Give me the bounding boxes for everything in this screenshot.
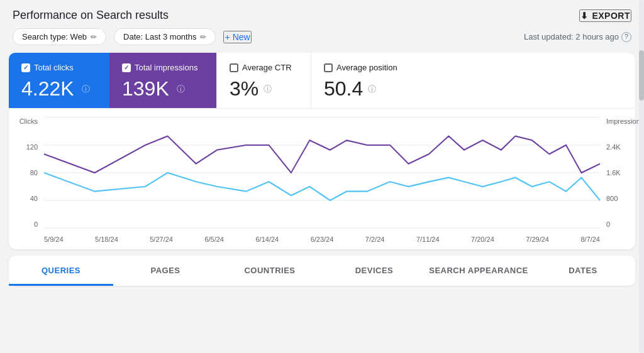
- export-button[interactable]: ⬇ EXPORT: [579, 9, 631, 22]
- page-header: Performance on Search results ⬇ EXPORT: [0, 0, 644, 28]
- main-card: Total clicks 4.22K ⓘ Total impressions 1…: [9, 53, 635, 249]
- clicks-line: [44, 136, 600, 173]
- chart-area: Clicks 120 80 40 0 Impressions 2.4K 1.6K…: [9, 109, 635, 249]
- plus-icon: +: [225, 32, 230, 42]
- tab-countries[interactable]: COUNTRIES: [218, 256, 322, 286]
- metric-average-ctr[interactable]: Average CTR 3% ⓘ: [216, 53, 311, 108]
- tab-queries[interactable]: QUERIES: [9, 256, 113, 286]
- edit-icon-date: ✏: [200, 33, 206, 41]
- tab-dates[interactable]: DATES: [531, 256, 635, 286]
- metrics-row: Total clicks 4.22K ⓘ Total impressions 1…: [9, 53, 635, 109]
- metric-total-impressions[interactable]: Total impressions 139K ⓘ: [109, 53, 216, 108]
- y-label-left: Clicks: [19, 117, 38, 125]
- help-icon[interactable]: ?: [621, 32, 631, 42]
- scrollbar-thumb[interactable]: [639, 50, 644, 100]
- x-axis-labels: 5/9/24 5/18/24 5/27/24 6/5/24 6/14/24 6/…: [44, 236, 600, 243]
- bottom-tabs: QUERIES PAGES COUNTRIES DEVICES SEARCH A…: [9, 256, 635, 286]
- tab-devices[interactable]: DEVICES: [322, 256, 426, 286]
- y-axis-left: Clicks 120 80 40 0: [19, 117, 42, 228]
- page-title: Performance on Search results: [13, 9, 169, 22]
- help-clicks[interactable]: ⓘ: [82, 84, 90, 95]
- help-impressions[interactable]: ⓘ: [177, 84, 185, 95]
- y-axis-right: Impressions 2.4K 1.6K 800 0: [602, 117, 625, 228]
- search-type-filter[interactable]: Search type: Web ✏: [13, 28, 106, 45]
- tab-search-appearance[interactable]: SEARCH APPEARANCE: [426, 256, 531, 286]
- chart-wrapper: Clicks 120 80 40 0 Impressions 2.4K 1.6K…: [19, 117, 625, 243]
- filter-bar: Search type: Web ✏ Date: Last 3 months ✏…: [0, 28, 644, 53]
- checkbox-avg-pos[interactable]: [324, 63, 333, 72]
- tab-pages[interactable]: PAGES: [113, 256, 218, 286]
- checkbox-avg-ctr[interactable]: [230, 63, 238, 72]
- chart-svg-container: [44, 117, 600, 228]
- new-button[interactable]: + New: [223, 31, 251, 43]
- last-updated: Last updated: 2 hours ago ?: [524, 32, 631, 42]
- checkbox-total-impressions[interactable]: [122, 63, 131, 72]
- impressions-line: [44, 173, 600, 200]
- metric-average-position[interactable]: Average position 50.4 ⓘ: [311, 53, 418, 108]
- help-ctr[interactable]: ⓘ: [264, 84, 272, 95]
- checkbox-total-clicks[interactable]: [21, 63, 30, 72]
- scrollbar[interactable]: [639, 0, 644, 353]
- help-position[interactable]: ⓘ: [368, 84, 376, 95]
- export-icon: ⬇: [580, 11, 589, 21]
- y-label-right: Impressions: [606, 117, 643, 125]
- chart-svg: [44, 117, 600, 228]
- date-range-filter[interactable]: Date: Last 3 months ✏: [114, 28, 216, 45]
- edit-icon: ✏: [91, 33, 97, 41]
- metric-total-clicks[interactable]: Total clicks 4.22K ⓘ: [9, 53, 109, 108]
